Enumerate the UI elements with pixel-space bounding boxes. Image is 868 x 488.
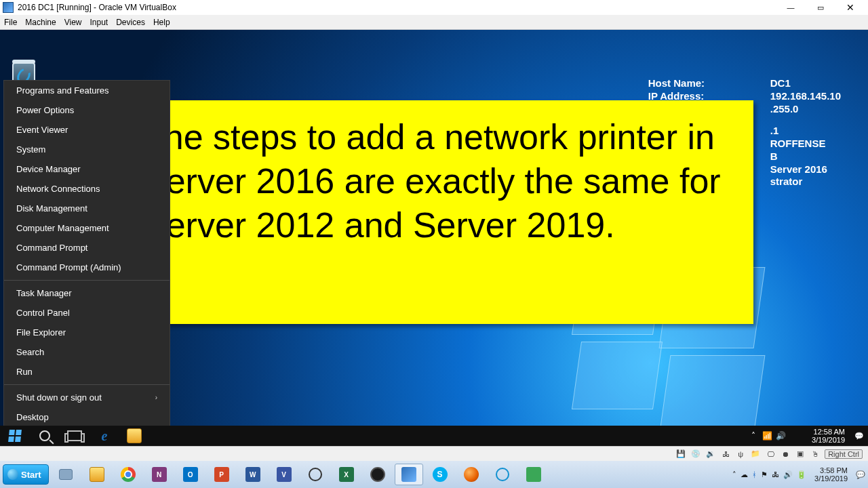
winx-file-explorer[interactable]: File Explorer	[4, 323, 170, 342]
winx-desktop[interactable]: Desktop	[4, 407, 170, 427]
vb-shared-folders-icon[interactable]: 📁	[750, 449, 761, 459]
winx-menu: Programs and Features Power Options Even…	[4, 81, 170, 427]
host-tray-onedrive-icon[interactable]: ☁	[741, 470, 748, 479]
winx-search[interactable]: Search	[4, 342, 170, 362]
start-orb-icon	[7, 469, 18, 480]
host-chrome-icon[interactable]	[114, 464, 142, 485]
value-hostname: DC1	[770, 77, 791, 90]
tray-chevron-up-icon[interactable]: ˄	[747, 431, 760, 441]
vb-window-title: 2016 DC1 [Running] - Oracle VM VirtualBo…	[18, 3, 776, 12]
guest-desktop[interactable]: Host Name:DC1 IP Address:192.168.145.10 …	[0, 30, 868, 446]
host-start-label: Start	[21, 470, 41, 480]
vb-host-key-indicator: Right Ctrl	[825, 449, 863, 459]
host-clock[interactable]: 3:58 PM 3/19/2019	[810, 466, 852, 483]
host-word-icon[interactable]: W	[239, 464, 267, 485]
menu-devices[interactable]: Devices	[116, 18, 145, 27]
host-tray: ˄ ☁ ᚼ ⚑ 🖧 🔊 🔋 3:58 PM 3/19/2019 💬	[732, 466, 865, 483]
host-skype-icon[interactable]: S	[426, 464, 454, 485]
winx-task-manager[interactable]: Task Manager	[4, 283, 170, 303]
host-tray-security-icon[interactable]: ⚑	[761, 470, 768, 479]
menu-view[interactable]: View	[64, 18, 82, 27]
virtualbox-icon	[3, 2, 14, 13]
winx-run[interactable]: Run	[4, 362, 170, 382]
host-clock-date: 3/19/2019	[814, 474, 848, 483]
taskbar-ie-icon[interactable]: e	[90, 426, 119, 446]
host-green-app-icon[interactable]	[519, 464, 548, 485]
menu-file[interactable]: File	[4, 18, 17, 27]
host-excel-icon[interactable]: X	[332, 464, 361, 485]
maximize-button[interactable]: ▭	[806, 0, 835, 15]
value-mask-partial: .255.0	[770, 103, 799, 116]
host-outlook-icon[interactable]: O	[176, 464, 205, 485]
winx-system[interactable]: System	[4, 140, 170, 159]
close-button[interactable]: ✕	[835, 0, 865, 15]
vb-menubar: File Machine View Input Devices Help	[0, 15, 868, 30]
host-tray-battery-icon[interactable]: 🔋	[797, 470, 806, 479]
tray-volume-icon[interactable]: 🔊	[774, 431, 787, 441]
start-button[interactable]	[0, 426, 30, 446]
vb-status-bar: 💾 💿 🔉 🖧 ψ 📁 🖵 ⏺ ▣ 🖱 Right Ctrl	[0, 446, 868, 461]
host-visio-icon[interactable]: V	[270, 464, 298, 485]
minimize-button[interactable]: —	[776, 0, 806, 15]
winx-event-viewer[interactable]: Event Viewer	[4, 120, 170, 140]
host-tray-bluetooth-icon[interactable]: ᚼ	[752, 470, 757, 479]
vb-optical-icon[interactable]: 💿	[690, 449, 701, 459]
menu-input[interactable]: Input	[90, 18, 108, 27]
host-obs-icon[interactable]	[363, 464, 392, 485]
tray-network-icon[interactable]: 📶	[761, 431, 773, 441]
vb-cpu-icon[interactable]: ▣	[795, 449, 806, 459]
menu-machine[interactable]: Machine	[25, 18, 56, 27]
taskbar-explorer-icon[interactable]	[119, 426, 149, 446]
winx-power-options[interactable]: Power Options	[4, 100, 170, 120]
vb-hd-icon[interactable]: 💾	[675, 449, 686, 459]
vb-mouse-integration-icon[interactable]: 🖱	[810, 449, 821, 459]
host-start-button[interactable]: Start	[3, 464, 49, 485]
host-powerpoint-icon[interactable]: P	[208, 464, 236, 485]
vb-audio-icon[interactable]: 🔉	[705, 449, 716, 459]
winx-shutdown-signout[interactable]: Shut down or sign out›	[4, 388, 170, 407]
vb-network-icon[interactable]: 🖧	[720, 449, 731, 459]
guest-clock[interactable]: 12:58 AM 3/19/2019	[806, 428, 850, 444]
host-app-circle-icon[interactable]	[301, 464, 330, 485]
host-tray-volume-icon[interactable]: 🔊	[783, 470, 793, 479]
vb-titlebar: 2016 DC1 [Running] - Oracle VM VirtualBo…	[0, 0, 868, 15]
task-view-button[interactable]	[60, 426, 90, 446]
chevron-right-icon: ›	[155, 394, 157, 401]
host-show-desktop-icon[interactable]	[52, 464, 80, 485]
host-explorer-icon[interactable]	[83, 464, 111, 485]
label-hostname: Host Name:	[648, 77, 770, 90]
winx-device-manager[interactable]: Device Manager	[4, 159, 170, 179]
vb-recording-icon[interactable]: ⏺	[780, 449, 791, 459]
value-os-partial: Server 2016	[770, 163, 827, 176]
host-firefox-icon[interactable]	[457, 464, 486, 485]
virtualbox-window: 2016 DC1 [Running] - Oracle VM VirtualBo…	[0, 0, 868, 461]
guest-clock-date: 3/19/2019	[812, 436, 845, 444]
host-media-icon[interactable]	[488, 464, 517, 485]
value-domain-partial: ROFFENSE	[770, 138, 826, 150]
winx-command-prompt-admin[interactable]: Command Prompt (Admin)	[4, 258, 170, 277]
winx-disk-management[interactable]: Disk Management	[4, 199, 170, 218]
vb-usb-icon[interactable]: ψ	[735, 449, 746, 459]
host-tray-chevron-up-icon[interactable]: ˄	[732, 470, 736, 479]
action-center-icon[interactable]: 💬	[850, 426, 868, 446]
menu-help[interactable]: Help	[153, 18, 170, 27]
host-onenote-icon[interactable]: N	[145, 464, 174, 485]
winx-programs-and-features[interactable]: Programs and Features	[4, 81, 170, 100]
winx-network-connections[interactable]: Network Connections	[4, 179, 170, 199]
winx-control-panel[interactable]: Control Panel	[4, 303, 170, 323]
host-action-center-icon[interactable]: 💬	[856, 470, 865, 479]
value-user-partial: strator	[770, 176, 803, 188]
host-taskbar: Start N O P W V X S ˄ ☁ ᚼ ⚑ 🖧 🔊 🔋 3:58 P…	[0, 461, 868, 488]
host-clock-time: 3:58 PM	[814, 466, 848, 474]
annotation-note: The steps to add a network printer in Se…	[119, 100, 753, 324]
winx-computer-management[interactable]: Computer Management	[4, 218, 170, 238]
host-tray-network-icon[interactable]: 🖧	[772, 470, 779, 479]
guest-taskbar: e 12:58 AM 3/19/2019 💬 ˄ 📶 🔊	[0, 426, 868, 446]
vb-display-icon[interactable]: 🖵	[765, 449, 776, 459]
host-virtualbox-icon[interactable]	[395, 464, 423, 485]
winx-command-prompt[interactable]: Command Prompt	[4, 238, 170, 258]
value-gw-partial: .1	[770, 125, 779, 138]
guest-clock-time: 12:58 AM	[812, 428, 845, 436]
search-button[interactable]	[30, 426, 60, 446]
value-ip: 192.168.145.10	[770, 90, 841, 103]
